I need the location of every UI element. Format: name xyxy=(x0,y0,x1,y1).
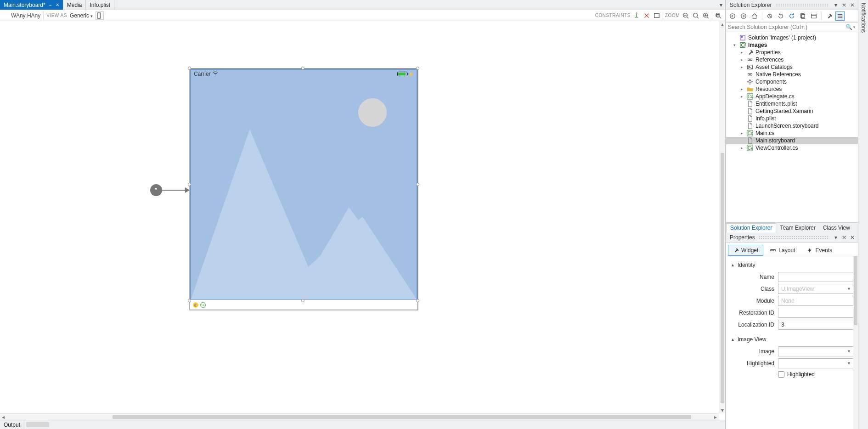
tree-icon xyxy=(746,56,754,63)
tree-item[interactable]: ▾C#Images xyxy=(726,41,858,49)
constraint-frame-icon[interactable] xyxy=(653,11,661,20)
tab-team-explorer[interactable]: Team Explorer xyxy=(776,223,819,232)
forward-button[interactable] xyxy=(739,11,748,21)
vertical-scrollbar[interactable]: ▴▾ xyxy=(719,21,725,413)
sync-button[interactable] xyxy=(765,11,774,21)
tree-item[interactable]: Info.plist xyxy=(726,115,858,122)
class-dropdown[interactable]: UIImageView▼ xyxy=(778,284,854,294)
pin-icon[interactable]: ⤧ xyxy=(840,234,848,241)
drag-handle[interactable] xyxy=(26,422,49,427)
tree-item[interactable]: GettingStarted.Xamarin xyxy=(726,107,858,115)
tab-output[interactable]: Output xyxy=(0,420,24,429)
zoom-reset-icon[interactable] xyxy=(692,11,700,20)
designer-canvas[interactable]: Carrier ⚡ xyxy=(0,21,725,420)
tree-item[interactable]: Native References xyxy=(726,71,858,78)
tree-twisty[interactable]: ▸ xyxy=(739,146,744,150)
initial-view-controller-arrow[interactable] xyxy=(150,184,190,196)
view-as-dropdown[interactable]: Generic ▾ xyxy=(70,12,93,19)
view-controller-icon[interactable]: ◐ xyxy=(193,302,198,308)
tree-item[interactable]: ▸Properties xyxy=(726,49,858,56)
image-dropdown[interactable]: ▼ xyxy=(778,346,854,356)
tree-item[interactable]: ▸Resources xyxy=(726,85,858,93)
tab-layout[interactable]: Layout xyxy=(765,245,800,256)
tree-item[interactable]: Main.storyboard xyxy=(726,137,858,144)
zoom-in-icon[interactable] xyxy=(702,11,710,20)
pin-icon[interactable]: ⤧ xyxy=(840,2,848,8)
home-button[interactable] xyxy=(750,11,759,21)
orientation-button[interactable] xyxy=(96,11,104,20)
panel-menu-icon[interactable]: ▾ xyxy=(832,234,840,241)
horizontal-scrollbar[interactable]: ◂▸ xyxy=(0,413,719,420)
selection-handle[interactable] xyxy=(416,299,419,302)
module-input[interactable]: None xyxy=(778,296,854,306)
name-input[interactable] xyxy=(778,272,854,282)
tabs-overflow-button[interactable]: ▾ xyxy=(717,0,725,10)
selection-handle[interactable] xyxy=(301,67,304,70)
view-controller-scene[interactable]: Carrier ⚡ xyxy=(190,68,418,310)
properties-scrollbar[interactable] xyxy=(853,256,858,429)
selection-handle[interactable] xyxy=(416,183,419,186)
collapse-all-button[interactable] xyxy=(787,11,796,21)
selection-handle[interactable] xyxy=(188,183,191,186)
tree-item[interactable]: ▸References xyxy=(726,56,858,63)
tree-item[interactable]: Solution 'Images' (1 project) xyxy=(726,34,858,41)
tab-main-storyboard[interactable]: Main.storyboard* ⫠ ✕ xyxy=(0,0,63,10)
section-identity[interactable]: ▲ Identity xyxy=(731,262,854,268)
pin-icon[interactable]: ⫠ xyxy=(48,2,53,7)
tab-media[interactable]: Media xyxy=(63,0,86,10)
tree-item[interactable]: Entitlements.plist xyxy=(726,100,858,107)
search-icon[interactable]: 🔍 xyxy=(845,24,852,30)
svg-point-45 xyxy=(749,80,751,83)
highlighted-dropdown[interactable]: ▼ xyxy=(778,358,854,368)
selection-handle[interactable] xyxy=(416,67,419,70)
tree-item[interactable]: ▸Asset Catalogs xyxy=(726,63,858,71)
tree-item[interactable]: LaunchScreen.storyboard xyxy=(726,122,858,130)
search-input[interactable] xyxy=(728,24,845,30)
tree-item[interactable]: Components xyxy=(726,78,858,85)
tab-info-plist[interactable]: Info.plist xyxy=(86,0,114,10)
tab-solution-explorer[interactable]: Solution Explorer xyxy=(726,223,776,233)
selection-handle[interactable] xyxy=(188,299,191,302)
localization-id-input[interactable]: 3 xyxy=(778,320,854,330)
tab-widget[interactable]: Widget xyxy=(728,245,763,256)
constraint-add-icon[interactable] xyxy=(632,11,641,20)
restoration-id-input[interactable] xyxy=(778,308,854,318)
selection-handle[interactable] xyxy=(301,299,304,302)
tree-twisty[interactable]: ▸ xyxy=(739,94,744,99)
tab-events[interactable]: Events xyxy=(802,245,837,256)
tree-item[interactable]: ▸C#AppDelegate.cs xyxy=(726,93,858,100)
tree-twisty[interactable]: ▸ xyxy=(739,131,744,135)
solution-tree[interactable]: Solution 'Images' (1 project)▾C#Images▸P… xyxy=(726,32,858,222)
zoom-fit-icon[interactable] xyxy=(714,11,722,20)
solution-explorer-search[interactable]: 🔍 ▼ xyxy=(726,22,858,32)
tree-twisty[interactable]: ▾ xyxy=(732,43,737,47)
exit-icon[interactable]: ↪ xyxy=(200,302,206,308)
size-class-label[interactable]: WAny HAny xyxy=(11,12,40,19)
constraint-remove-icon[interactable] xyxy=(643,11,651,20)
zoom-out-icon[interactable] xyxy=(682,11,690,20)
preview-button[interactable] xyxy=(835,11,845,21)
show-all-files-button[interactable] xyxy=(798,11,807,21)
selection-handle[interactable] xyxy=(188,67,191,70)
close-icon[interactable]: ✕ xyxy=(849,234,856,241)
tree-twisty[interactable]: ▸ xyxy=(739,50,744,55)
tree-twisty[interactable]: ▸ xyxy=(739,65,744,69)
chevron-down-icon[interactable]: ▼ xyxy=(852,25,856,29)
close-icon[interactable]: ✕ xyxy=(849,2,856,8)
tree-twisty[interactable]: ▸ xyxy=(739,57,744,62)
tree-item[interactable]: ▸C#Main.cs xyxy=(726,130,858,137)
prop-label-module: Module xyxy=(731,298,774,304)
refresh-button[interactable] xyxy=(776,11,785,21)
tree-twisty[interactable]: ▸ xyxy=(739,87,744,91)
properties-button[interactable] xyxy=(824,11,834,21)
highlighted-checkbox[interactable] xyxy=(778,371,784,378)
notifications-rail[interactable]: Notifications xyxy=(858,0,868,429)
back-button[interactable] xyxy=(728,11,737,21)
close-icon[interactable]: ✕ xyxy=(56,2,59,7)
uiimageview[interactable]: Carrier ⚡ xyxy=(190,69,417,300)
tab-class-view[interactable]: Class View xyxy=(819,223,854,232)
section-image-view[interactable]: ▲ Image View xyxy=(731,336,854,343)
tree-item[interactable]: ▸C#ViewController.cs xyxy=(726,144,858,152)
view-code-button[interactable] xyxy=(809,11,818,21)
panel-menu-icon[interactable]: ▾ xyxy=(832,2,840,8)
